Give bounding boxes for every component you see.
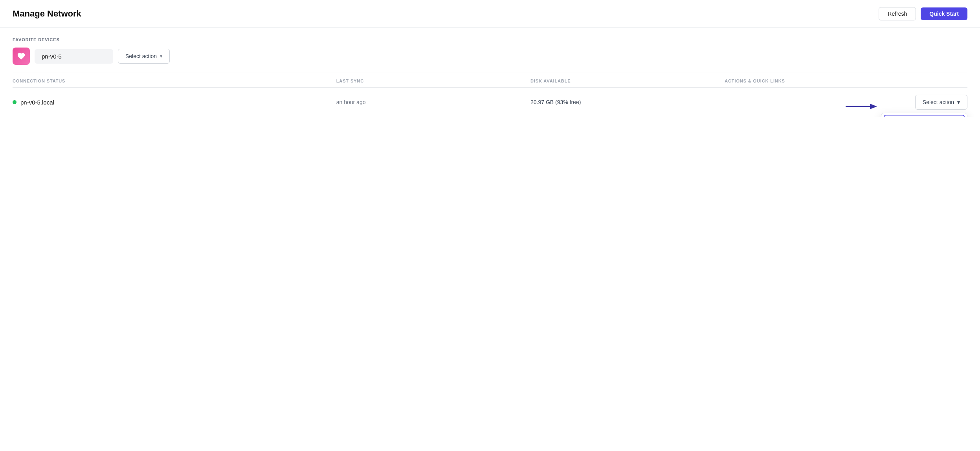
devices-table: CONNECTION STATUS LAST SYNC DISK AVAILAB… [0,73,980,117]
svg-marker-1 [870,104,877,109]
favorite-devices-section: FAVORITE DEVICES pn-v0-5 Select action ▾ [0,28,980,65]
col-connection-status: CONNECTION STATUS [13,79,336,83]
favorite-select-action-button[interactable]: Select action ▾ [118,49,170,64]
device-local-name: pn-v0-5.local [20,99,54,106]
col-actions-quick-links: ACTIONS & QUICK LINKS [725,79,967,83]
action-dropdown-container: Select action ▾ PrintNanny OS [915,95,967,110]
dropdown-item-printnanny-os[interactable]: PrintNanny OS [884,115,965,117]
page-title: Manage Network [13,9,81,19]
page-header: Manage Network Refresh Quick Start [0,0,980,28]
chevron-down-icon: ▾ [160,53,162,59]
favorite-device-name: pn-v0-5 [35,49,113,64]
quickstart-button[interactable]: Quick Start [921,7,967,20]
actions-cell: Select action ▾ PrintNanny OS [725,95,967,110]
header-actions: Refresh Quick Start [879,7,967,20]
online-status-dot [13,100,17,104]
last-sync-cell: an hour ago [336,99,530,105]
chevron-down-icon: ▾ [957,99,960,105]
col-last-sync: LAST SYNC [336,79,530,83]
favorite-device-item: pn-v0-5 Select action ▾ [13,48,967,65]
favorite-device-icon [13,48,30,65]
pointer-arrow [846,102,877,111]
table-row: pn-v0-5.local an hour ago 20.97 GB (93% … [13,88,967,117]
connection-status-cell: pn-v0-5.local [13,99,336,106]
col-disk-available: DISK AVAILABLE [530,79,725,83]
arrow-right-icon [846,102,877,111]
table-select-action-button[interactable]: Select action ▾ [915,95,967,110]
table-header: CONNECTION STATUS LAST SYNC DISK AVAILAB… [13,73,967,88]
refresh-button[interactable]: Refresh [879,7,916,20]
favorite-devices-label: FAVORITE DEVICES [13,37,967,42]
disk-available-cell: 20.97 GB (93% free) [530,99,725,105]
heart-icon [17,52,26,60]
action-dropdown-menu: PrintNanny OS OctoPrint [881,113,967,117]
